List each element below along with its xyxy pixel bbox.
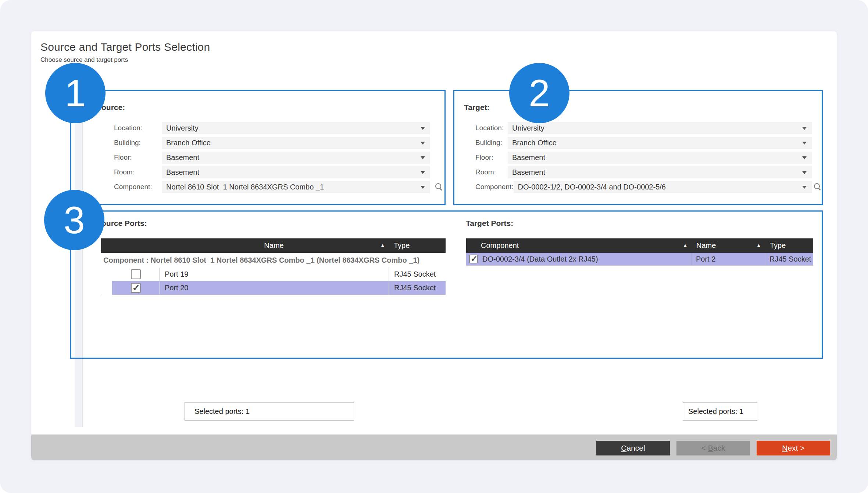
source-location-label: Location: [114,124,162,132]
sort-asc-icon[interactable]: ▲ [756,242,761,248]
source-ports-header-type[interactable]: Type [389,238,446,253]
source-room-value: Basement [162,168,199,177]
chevron-down-icon[interactable] [802,142,807,145]
type-column-label: Type [394,241,410,250]
source-location-value: University [162,124,199,132]
port-19-checkbox-cell [112,267,159,281]
sort-asc-icon[interactable]: ▲ [683,242,687,248]
source-fields: Location: University Building: Branch Of… [114,121,430,194]
source-building-row: Building: Branch Office [114,135,430,150]
source-building-dropdown[interactable]: Branch Office [162,137,430,149]
target-ports-table: Component ▲ Name ▲ Type DO-0002-3/4 (Dat… [466,238,813,266]
chevron-down-icon[interactable] [421,127,425,130]
target-room-row: Room: Basement [475,165,812,180]
port-20-type-cell: RJ45 Socket [389,281,446,295]
source-component-value: Nortel 8610 Slot 1 Nortel 8634XGRS Combo… [162,183,324,191]
source-floor-value: Basement [162,153,199,162]
do-0002-type-cell: RJ45 Socket [765,253,813,265]
table-row-do-0002[interactable]: DO-0002-3/4 (Data Outlet 2x RJ45) Port 2… [466,253,813,265]
target-floor-row: Floor: Basement [475,150,812,165]
source-location-row: Location: University [114,121,430,135]
do-0002-component-cell: DO-0002-3/4 (Data Outlet 2x RJ45) [466,253,691,265]
port-19-type-cell: RJ45 Socket [389,267,446,281]
target-component-value: DO-0002-1/2, DO-0002-3/4 and DO-0002-5/6 [514,183,666,191]
source-location-dropdown[interactable]: University [162,122,430,134]
source-floor-dropdown[interactable]: Basement [162,152,430,164]
target-location-dropdown[interactable]: University [508,122,812,134]
target-ports-rows: DO-0002-3/4 (Data Outlet 2x RJ45) Port 2… [466,253,813,266]
name-column-label: Name [696,241,716,250]
chevron-down-icon[interactable] [421,171,425,174]
chevron-down-icon[interactable] [421,186,425,189]
target-location-row: Location: University [475,121,812,135]
chevron-down-icon[interactable] [421,156,425,159]
search-icon[interactable] [814,183,822,191]
target-ports-header-type[interactable]: Type [765,238,813,253]
source-ports-header-checkbox-col [101,238,159,253]
target-floor-label: Floor: [475,153,508,162]
source-component-dropdown[interactable]: Nortel 8610 Slot 1 Nortel 8634XGRS Combo… [162,181,430,193]
table-row-port-19[interactable]: Port 19 RJ45 Socket [112,267,446,281]
sort-asc-icon[interactable]: ▲ [380,242,385,248]
target-room-dropdown[interactable]: Basement [508,166,812,178]
do-0002-checkbox[interactable] [469,255,478,263]
target-ports-header-component[interactable]: Component ▲ [466,238,691,253]
component-group-row: Component : Nortel 8610 Slot 1 Nortel 86… [101,253,446,267]
cancel-button[interactable]: Cancel [596,441,670,455]
target-building-label: Building: [475,139,508,147]
source-floor-row: Floor: Basement [114,150,430,165]
page-subtitle: Choose source and target ports [40,56,128,64]
do-0002-name-cell: Port 2 [691,253,765,265]
target-location-value: University [508,124,544,132]
source-ports-header: Name ▲ Type [101,238,446,253]
table-row-port-20[interactable]: Port 20 RJ45 Socket [112,281,446,295]
source-ports-table: Name ▲ Type Component : Nortel 8610 Slot… [101,238,446,295]
source-component-row: Component: Nortel 8610 Slot 1 Nortel 863… [114,180,430,194]
target-building-value: Branch Office [508,139,557,147]
chevron-down-icon[interactable] [802,171,807,174]
target-location-label: Location: [475,124,508,132]
wizard-dialog: Source and Target Ports Selection Choose… [31,31,837,460]
target-room-label: Room: [475,168,508,176]
target-room-value: Basement [508,168,545,177]
next-button[interactable]: Next > [757,441,830,455]
chevron-down-icon[interactable] [421,142,425,145]
target-ports-header-name[interactable]: Name ▲ [691,238,765,253]
target-component-dropdown[interactable]: DO-0002-1/2, DO-0002-3/4 and DO-0002-5/6 [514,181,812,193]
target-floor-value: Basement [508,153,545,162]
annotation-badge-2: 2 [509,63,569,123]
port-20-checkbox-cell [112,281,159,295]
port-19-checkbox[interactable] [131,269,141,279]
target-building-row: Building: Branch Office [475,135,812,150]
port-20-name-cell: Port 20 [159,281,389,295]
search-icon[interactable] [435,183,443,191]
source-room-label: Room: [114,168,162,176]
port-20-checkbox[interactable] [131,283,141,293]
footer-bar: Cancel < Back Next > [31,435,837,460]
source-floor-label: Floor: [114,153,162,162]
back-button[interactable]: < Back [676,441,750,455]
chevron-down-icon[interactable] [802,186,807,189]
target-heading: Target: [464,103,490,112]
component-column-label: Component [481,241,519,250]
source-component-label: Component: [114,183,162,191]
type-column-label: Type [770,241,786,250]
target-building-dropdown[interactable]: Branch Office [508,137,812,149]
target-selected-ports-summary: Selected ports: 1 [683,402,757,421]
port-19-name-cell: Port 19 [159,267,389,281]
name-column-label: Name [264,241,283,250]
source-room-dropdown[interactable]: Basement [162,166,430,178]
target-floor-dropdown[interactable]: Basement [508,152,812,164]
page-title: Source and Target Ports Selection [40,41,210,53]
source-ports-header-name[interactable]: Name ▲ [159,238,389,253]
chevron-down-icon[interactable] [802,127,807,130]
target-fields: Location: University Building: Branch Of… [475,121,812,194]
source-selected-ports-summary: Selected ports: 1 [185,402,354,421]
annotation-badge-3: 3 [44,190,104,250]
do-0002-component-label: DO-0002-3/4 (Data Outlet 2x RJ45) [482,255,598,263]
target-component-label: Component: [475,183,514,191]
source-building-label: Building: [114,139,162,147]
chevron-down-icon[interactable] [802,156,807,159]
source-ports-rows: Port 19 RJ45 Socket Port 20 RJ45 Socket [101,267,446,295]
target-ports-header: Component ▲ Name ▲ Type [466,238,813,253]
